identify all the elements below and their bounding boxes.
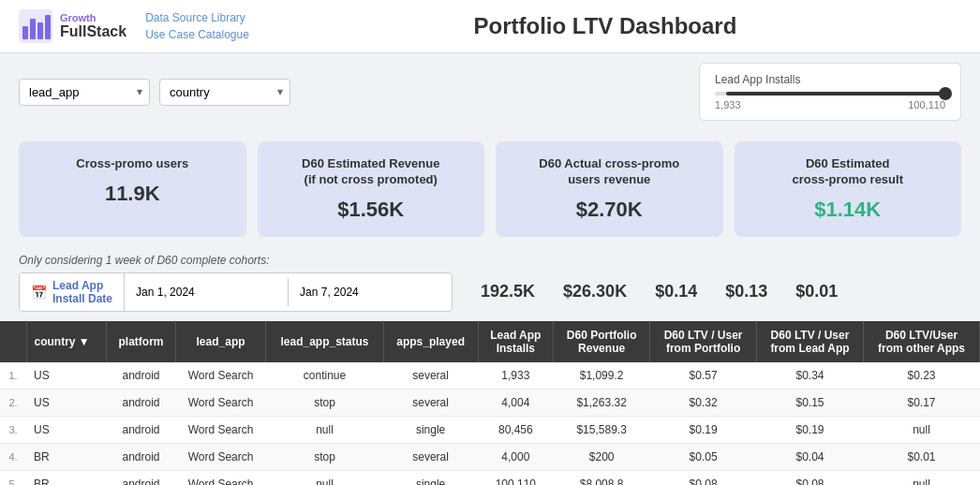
table-cell: Word Search [175, 470, 266, 485]
row-number: 5. [0, 470, 26, 485]
table-body: 1.USandroidWord Searchcontinueseveral1,9… [0, 362, 980, 485]
date-to-input[interactable] [289, 280, 452, 304]
header: Growth FullStack Data Source Library Use… [0, 0, 980, 53]
nav-links: Data Source Library Use Case Catalogue [145, 9, 249, 43]
table-cell: $0.19 [756, 416, 863, 443]
table-cell: $0.17 [864, 389, 980, 416]
cell-country: US [26, 389, 107, 416]
table-cell: android [107, 470, 175, 485]
lead-app-select[interactable]: lead_app [19, 79, 150, 106]
svg-rect-2 [30, 19, 36, 39]
table-cell: single [383, 416, 478, 443]
logo-text: Growth FullStack [60, 12, 126, 40]
slider-track [715, 92, 945, 96]
country-select-wrapper: country [159, 79, 290, 106]
table-cell: $1,099.2 [553, 362, 649, 389]
table-cell: 4,000 [478, 443, 553, 470]
cell-country: BR [26, 470, 107, 485]
table-row: 4.BRandroidWord Searchstopseveral4,000$2… [0, 443, 980, 470]
date-from-input[interactable] [125, 280, 288, 304]
table-cell: $0.08 [756, 470, 863, 485]
col-header-platform: platform [107, 321, 175, 362]
table-row: 2.USandroidWord Searchstopseveral4,004$1… [0, 389, 980, 416]
kpi-title-1: D60 Estimated Revenue(if not cross promo… [276, 156, 467, 188]
col-header-d60-revenue: D60 PortfolioRevenue [553, 321, 649, 362]
nav-link-datasource[interactable]: Data Source Library [145, 9, 249, 26]
kpi-card-3: D60 Estimatedcross-promo result $1.14K [735, 141, 962, 237]
table-cell: stop [266, 389, 383, 416]
col-header-lead-app-status: lead_app_status [266, 321, 383, 362]
col-header-d60-ltv-other: D60 LTV/Userfrom other Apps [864, 321, 980, 362]
table-cell: $15,589.3 [553, 416, 649, 443]
page-title: Portfolio LTV Dashboard [249, 13, 961, 39]
kpi-row: Cross-promo users 11.9K D60 Estimated Re… [0, 130, 980, 248]
table-cell: $0.57 [650, 362, 757, 389]
date-picker-group: 📅 Lead AppInstall Date [19, 272, 453, 312]
kpi-value-2: $2.70K [514, 198, 705, 222]
kpi-card-2: D60 Actual cross-promousers revenue $2.7… [496, 141, 723, 237]
table-cell: Word Search [175, 389, 266, 416]
summary-val5: $0.01 [795, 282, 838, 301]
kpi-value-1: $1.56K [276, 198, 467, 222]
kpi-title-2: D60 Actual cross-promousers revenue [514, 156, 705, 188]
table-cell: several [383, 389, 478, 416]
table-cell: single [383, 470, 478, 485]
table-cell: several [383, 443, 478, 470]
table-cell: Word Search [175, 362, 266, 389]
table-cell: $0.32 [650, 389, 757, 416]
kpi-title-0: Cross-promo users [37, 156, 228, 172]
col-header-lead-app: lead_app [175, 321, 266, 362]
table-cell: several [383, 362, 478, 389]
table-row: 5.BRandroidWord Searchnullsingle100,110$… [0, 470, 980, 485]
summary-val4: $0.13 [725, 282, 767, 301]
summary-val3: $0.14 [655, 282, 697, 301]
table-cell: $8,008.8 [553, 470, 649, 485]
slider-thumb[interactable] [939, 87, 952, 100]
cell-country: US [26, 416, 107, 443]
country-select[interactable]: country [159, 79, 290, 106]
data-table: country ▼ platform lead_app lead_app_sta… [0, 321, 980, 485]
col-header-country[interactable]: country ▼ [26, 321, 107, 362]
svg-rect-4 [45, 15, 51, 39]
table-cell: continue [266, 362, 383, 389]
table-cell: 80,456 [478, 416, 553, 443]
logo-growth-text: Growth [60, 12, 126, 23]
kpi-card-1: D60 Estimated Revenue(if not cross promo… [258, 141, 485, 237]
table-cell: $0.19 [650, 416, 757, 443]
summary-numbers: 192.5K $26.30K $0.14 $0.13 $0.01 [481, 282, 838, 301]
row-number: 4. [0, 443, 26, 470]
kpi-value-0: 11.9K [37, 182, 228, 206]
col-header-d60-ltv-portfolio: D60 LTV / Userfrom Portfolio [650, 321, 757, 362]
slider-min: 1,933 [715, 99, 741, 110]
table-cell: $0.01 [864, 443, 980, 470]
table-row: 3.USandroidWord Searchnullsingle80,456$1… [0, 416, 980, 443]
row-number: 2. [0, 389, 26, 416]
col-header-installs: Lead AppInstalls [478, 321, 553, 362]
row-number: 3. [0, 416, 26, 443]
table-cell: 100,110 [478, 470, 553, 485]
table-cell: $1,263.32 [553, 389, 649, 416]
kpi-title-3: D60 Estimatedcross-promo result [753, 156, 943, 188]
table-cell: null [864, 416, 980, 443]
logo-fullstack-text: FullStack [60, 23, 126, 40]
cell-country: US [26, 362, 107, 389]
table-cell: $200 [553, 443, 649, 470]
filters-row: lead_app country Lead App Installs 1,933… [0, 53, 980, 130]
summary-val1: 192.5K [481, 282, 535, 301]
table-cell: null [864, 470, 980, 485]
summary-val2: $26.30K [563, 282, 627, 301]
svg-rect-1 [22, 26, 28, 39]
slider-fill [726, 92, 945, 96]
table-cell: null [266, 470, 383, 485]
nav-link-usecase[interactable]: Use Case Catalogue [145, 26, 249, 43]
table-cell: $0.34 [756, 362, 863, 389]
slider-values: 1,933 100,110 [715, 99, 945, 110]
lead-app-select-wrapper: lead_app [19, 79, 150, 106]
date-picker-label: 📅 Lead AppInstall Date [20, 273, 125, 311]
table-cell: android [107, 362, 175, 389]
table-cell: $0.15 [756, 389, 863, 416]
kpi-card-0: Cross-promo users 11.9K [19, 141, 246, 237]
calendar-icon: 📅 [31, 285, 47, 300]
table-cell: 4,004 [478, 389, 553, 416]
row-number: 1. [0, 362, 26, 389]
